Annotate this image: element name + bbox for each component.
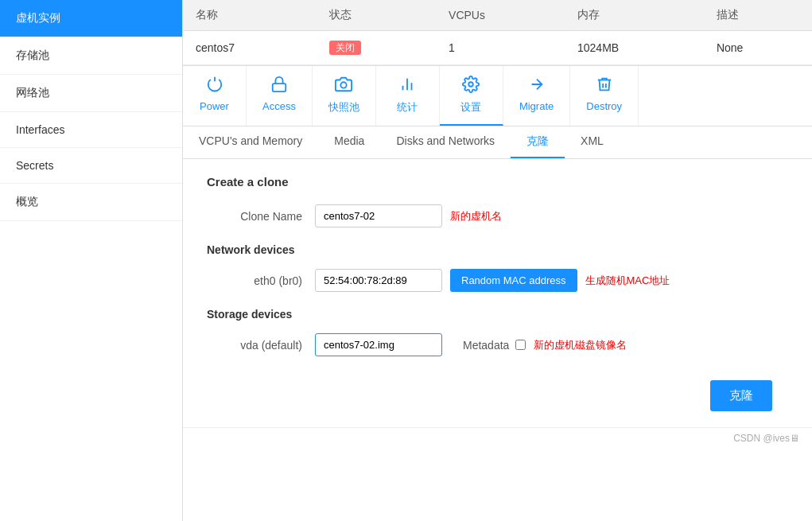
sidebar-item-network[interactable]: 网络池 xyxy=(0,75,182,112)
action-bar: PowerAccess快照池统计设置MigrateDestroy xyxy=(183,65,812,126)
clone-name-input[interactable] xyxy=(315,204,442,227)
settings-icon xyxy=(462,76,480,97)
random-mac-button[interactable]: Random MAC address xyxy=(450,269,577,292)
action-label-power: Power xyxy=(200,100,229,112)
status-badge: 关闭 xyxy=(329,41,361,55)
vm-table-section: 名称状态VCPUs内存描述 centos7关闭11024MBNone xyxy=(183,0,812,65)
app-layout: 虚机实例存储池网络池InterfacesSecrets概览 名称状态VCPUs内… xyxy=(0,0,812,521)
clone-name-group: Clone Name 新的虚机名 xyxy=(207,204,788,227)
annotation-disk: 新的虚机磁盘镜像名 xyxy=(534,338,627,352)
access-icon xyxy=(270,76,288,97)
tab-disks[interactable]: Disks and Networks xyxy=(380,126,511,158)
clone-name-label: Clone Name xyxy=(207,210,302,223)
form-section-title: Create a clone xyxy=(207,175,788,189)
table-header-cell: 内存 xyxy=(565,0,704,31)
action-label-snapshot: 快照池 xyxy=(328,100,359,115)
action-btn-migrate[interactable]: Migrate xyxy=(503,66,570,126)
table-cell: None xyxy=(704,31,812,65)
vda-label: vda (default) xyxy=(207,339,302,352)
stats-icon xyxy=(398,76,416,97)
table-header-cell: VCPUs xyxy=(436,0,565,31)
sidebar-item-vm[interactable]: 虚机实例 xyxy=(0,0,182,37)
table-cell: centos7 xyxy=(183,31,317,65)
eth-label: eth0 (br0) xyxy=(207,274,302,287)
action-label-destroy: Destroy xyxy=(586,100,622,112)
clone-btn-row: 克隆 xyxy=(207,372,788,411)
sidebar-item-interfaces[interactable]: Interfaces xyxy=(0,112,182,148)
form-section: Create a clone Clone Name 新的虚机名 Network … xyxy=(183,159,812,427)
power-icon xyxy=(206,76,223,97)
table-header-cell: 描述 xyxy=(704,0,812,31)
footer: CSDN @ives🖥 xyxy=(183,427,812,449)
tab-xml[interactable]: XML xyxy=(565,126,620,158)
svg-point-1 xyxy=(341,82,347,87)
storage-section-title: Storage devices xyxy=(207,308,788,321)
table-header-cell: 状态 xyxy=(317,0,436,31)
table-cell: 1 xyxy=(436,31,565,65)
action-btn-stats[interactable]: 统计 xyxy=(376,66,440,126)
clone-button[interactable]: 克隆 xyxy=(710,380,772,411)
action-label-stats: 统计 xyxy=(397,100,418,115)
eth-group: eth0 (br0) Random MAC address 生成随机MAC地址 xyxy=(207,269,788,292)
main-content: 名称状态VCPUs内存描述 centos7关闭11024MBNone Power… xyxy=(183,0,812,521)
tabs-bar: VCPU's and MemoryMediaDisks and Networks… xyxy=(183,126,812,159)
snapshot-icon xyxy=(335,76,352,97)
action-btn-power[interactable]: Power xyxy=(183,66,247,126)
vda-group: vda (default) Metadata 新的虚机磁盘镜像名 xyxy=(207,333,788,356)
network-section-title: Network devices xyxy=(207,243,788,256)
metadata-group: Metadata xyxy=(458,339,526,352)
action-btn-snapshot[interactable]: 快照池 xyxy=(313,66,376,126)
sidebar-item-overview[interactable]: 概览 xyxy=(0,184,182,221)
annotation-mac: 生成随机MAC地址 xyxy=(585,274,670,288)
tab-media[interactable]: Media xyxy=(318,126,380,158)
table-cell: 关闭 xyxy=(317,31,436,65)
metadata-label: Metadata xyxy=(463,339,509,352)
action-label-settings: 设置 xyxy=(460,100,481,115)
vda-input[interactable] xyxy=(315,333,442,356)
metadata-checkbox[interactable] xyxy=(515,340,526,350)
action-btn-destroy[interactable]: Destroy xyxy=(570,66,639,126)
action-btn-settings[interactable]: 设置 xyxy=(440,66,503,126)
action-btn-access[interactable]: Access xyxy=(247,66,313,126)
table-body: centos7关闭11024MBNone xyxy=(183,31,812,65)
eth-input[interactable] xyxy=(315,269,442,292)
migrate-icon xyxy=(528,76,546,97)
svg-rect-0 xyxy=(273,84,286,91)
annotation-vm-name: 新的虚机名 xyxy=(450,209,502,224)
tab-clone[interactable]: 克隆 xyxy=(511,126,565,158)
sidebar: 虚机实例存储池网络池InterfacesSecrets概览 xyxy=(0,0,183,521)
action-label-migrate: Migrate xyxy=(519,100,554,112)
table-row[interactable]: centos7关闭11024MBNone xyxy=(183,31,812,65)
sidebar-item-storage[interactable]: 存储池 xyxy=(0,37,182,75)
footer-text: CSDN @ives🖥 xyxy=(733,433,799,444)
tab-vcpu[interactable]: VCPU's and Memory xyxy=(183,126,318,158)
vm-table: 名称状态VCPUs内存描述 centos7关闭11024MBNone xyxy=(183,0,812,65)
table-header: 名称状态VCPUs内存描述 xyxy=(183,0,812,31)
table-cell: 1024MB xyxy=(565,31,704,65)
table-header-cell: 名称 xyxy=(183,0,317,31)
destroy-icon xyxy=(596,76,613,97)
action-label-access: Access xyxy=(262,100,296,112)
sidebar-item-secrets[interactable]: Secrets xyxy=(0,148,182,184)
svg-point-5 xyxy=(469,82,474,87)
